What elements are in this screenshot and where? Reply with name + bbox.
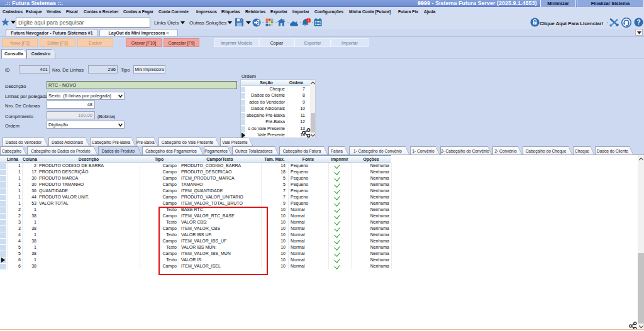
svg-text:?: ?	[636, 19, 640, 26]
svg-text:4: 4	[308, 19, 309, 23]
